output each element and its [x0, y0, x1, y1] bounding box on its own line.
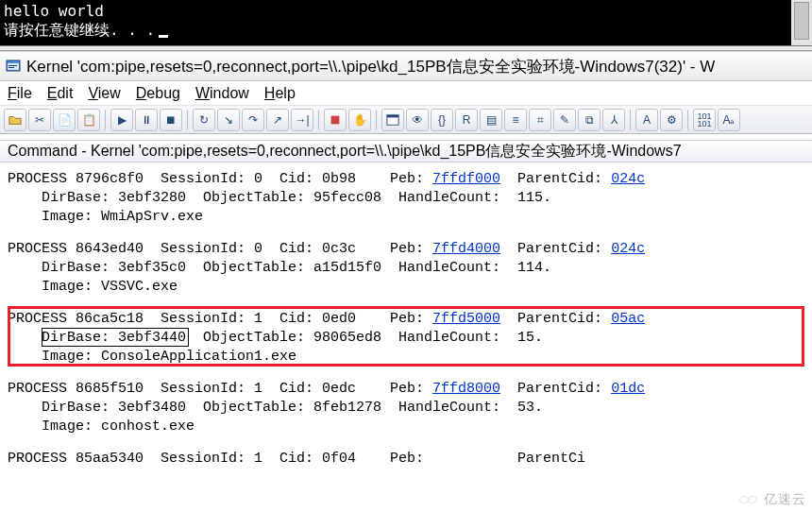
command-window-title: Command - Kernel 'com:pipe,resets=0,reco… [8, 142, 682, 162]
toolbar-separator [630, 110, 631, 130]
partial-process-line: PROCESS 85aa5340 SessionId: 1 Cid: 0f04 … [8, 450, 804, 469]
toolbar-threads-button[interactable]: ⅄ [602, 109, 625, 131]
titlebar: Kernel 'com:pipe,resets=0,reconnect,port… [0, 51, 812, 81]
process-block: PROCESS 8685f510 SessionId: 1 Cid: 0edc … [8, 380, 804, 436]
toolbar-separator [376, 110, 377, 130]
parentcid-link[interactable]: 05ac [611, 311, 645, 327]
toolbar: ✂📄📋▶⏸⏹↻↘↷↗→|✋👁{}R▤≡⌗✎⧉⅄A⚙101101Aₐ [0, 106, 812, 134]
toolbar-restart-button[interactable]: ↻ [193, 109, 215, 131]
toolbar-toggle-bp-button[interactable] [324, 109, 347, 131]
peb-link[interactable]: 7ffd5000 [432, 311, 500, 327]
windbg-app-icon [6, 59, 21, 74]
peb-link[interactable]: 7ffd4000 [432, 241, 500, 257]
peb-link[interactable]: 7ffdf000 [432, 171, 500, 187]
toolbar-locals-button[interactable]: {} [431, 109, 453, 131]
command-output[interactable]: PROCESS 8796c8f0 SessionId: 0 Cid: 0b98 … [0, 162, 812, 469]
toolbar-stop-button[interactable]: ⏹ [160, 109, 182, 131]
command-window-header: Command - Kernel 'com:pipe,resets=0,reco… [0, 140, 812, 162]
process-block: PROCESS 86ca5c18 SessionId: 1 Cid: 0ed0 … [8, 310, 804, 367]
menu-window[interactable]: Window [195, 85, 249, 102]
menubar: FileEditViewDebugWindowHelp [0, 81, 812, 106]
toolbar-registers-button[interactable]: R [455, 109, 478, 131]
toolbar-src-mode-button[interactable]: 101101 [693, 109, 716, 131]
toolbar-separator [318, 110, 319, 130]
parentcid-link[interactable]: 024c [611, 241, 645, 257]
toolbar-breakpoints-button[interactable]: ✋ [348, 109, 371, 131]
toolbar-separator [105, 110, 106, 130]
toolbar-paste-button[interactable]: 📋 [77, 109, 100, 131]
toolbar-memory-button[interactable]: ▤ [480, 109, 502, 131]
toolbar-disasm-button[interactable]: ⌗ [529, 109, 551, 131]
svg-rect-3 [8, 67, 14, 68]
process-block: PROCESS 8796c8f0 SessionId: 0 Cid: 0b98 … [8, 170, 804, 227]
toolbar-break-button[interactable]: ⏸ [135, 109, 158, 131]
console-scrollbar[interactable] [794, 2, 809, 40]
peb-link[interactable]: 7ffd8000 [432, 381, 500, 397]
toolbar-go-button[interactable]: ▶ [110, 109, 133, 131]
menu-edit[interactable]: Edit [47, 85, 74, 102]
console-line-1: hello world [4, 2, 787, 21]
toolbar-font-button[interactable]: A [635, 109, 658, 131]
svg-rect-4 [331, 116, 340, 125]
toolbar-step-over-button[interactable]: ↷ [242, 109, 264, 131]
svg-rect-6 [387, 115, 398, 118]
toolbar-run-to-button[interactable]: →| [291, 109, 313, 131]
toolbar-cut-button[interactable]: ✂ [28, 109, 51, 131]
toolbar-asm-mode-button[interactable]: Aₐ [718, 109, 740, 131]
console-output: hello world 请按任意键继续. . . [0, 0, 812, 45]
svg-rect-1 [8, 63, 19, 70]
toolbar-separator [187, 110, 188, 130]
toolbar-open-button[interactable] [4, 109, 26, 131]
toolbar-step-into-button[interactable]: ↘ [217, 109, 240, 131]
svg-rect-2 [8, 65, 17, 66]
window-title: Kernel 'com:pipe,resets=0,reconnect,port… [26, 56, 715, 77]
toolbar-copy-button[interactable]: 📄 [53, 109, 76, 131]
toolbar-call-stack-button[interactable]: ≡ [504, 109, 527, 131]
menu-help[interactable]: Help [264, 85, 296, 102]
parentcid-link[interactable]: 024c [611, 171, 645, 187]
toolbar-scratch-button[interactable]: ✎ [553, 109, 576, 131]
watermark: 亿速云 [739, 491, 806, 508]
menu-view[interactable]: View [88, 85, 120, 102]
toolbar-step-out-button[interactable]: ↗ [266, 109, 289, 131]
toolbar-processes-button[interactable]: ⧉ [578, 109, 601, 131]
menu-file[interactable]: File [8, 85, 32, 102]
toolbar-watch-button[interactable]: 👁 [406, 109, 429, 131]
toolbar-separator [687, 110, 688, 130]
console-cursor [159, 35, 168, 38]
toolbar-cmd-window-button[interactable] [381, 109, 404, 131]
toolbar-options-button[interactable]: ⚙ [660, 109, 683, 131]
console-line-2: 请按任意键继续. . . [4, 21, 787, 40]
menu-debug[interactable]: Debug [136, 85, 180, 102]
parentcid-link[interactable]: 01dc [611, 381, 645, 397]
process-block: PROCESS 8643ed40 SessionId: 0 Cid: 0c3c … [8, 240, 804, 297]
